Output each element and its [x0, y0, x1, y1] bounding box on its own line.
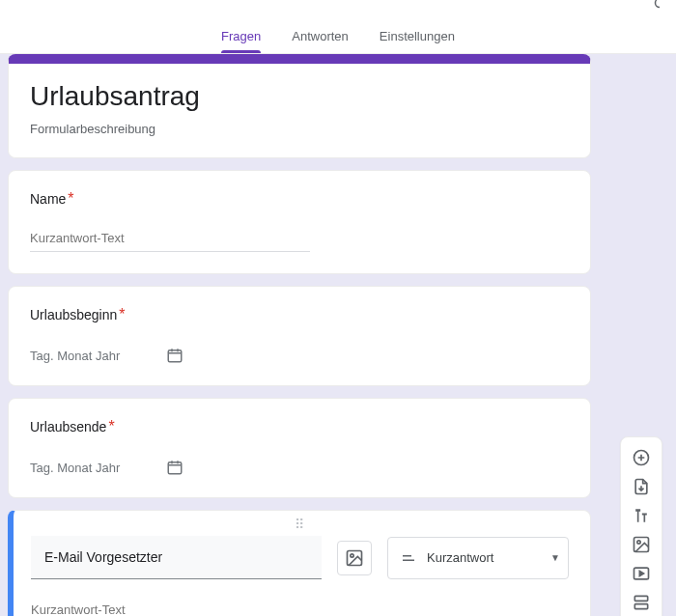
svg-point-6: [637, 541, 640, 544]
question-label: Urlaubsbeginn: [30, 307, 117, 322]
question-label: Urlaubsende: [30, 419, 106, 434]
svg-rect-9: [634, 604, 647, 609]
svg-rect-8: [634, 596, 647, 601]
required-asterisk: *: [108, 418, 114, 434]
required-asterisk: *: [119, 306, 125, 322]
required-asterisk: *: [68, 190, 73, 207]
add-video-button[interactable]: [624, 559, 659, 588]
question-start-date-card[interactable]: Urlaubsbeginn* Tag. Monat Jahr: [8, 286, 591, 386]
dropdown-arrow-icon: ▼: [550, 552, 560, 563]
svg-rect-1: [168, 462, 182, 474]
svg-point-3: [351, 553, 353, 556]
short-answer-input[interactable]: [30, 229, 310, 252]
add-section-button[interactable]: [624, 588, 659, 616]
question-name-card[interactable]: Name*: [8, 170, 591, 274]
question-label: Name: [30, 191, 66, 207]
top-tabs-bar: Fragen Antworten Einstellungen: [0, 0, 676, 54]
form-description[interactable]: Formularbeschreibung: [30, 122, 569, 136]
question-email-card-active[interactable]: ⠿ Kurzantwort ▼: [8, 510, 591, 616]
form-header-card[interactable]: Urlaubsantrag Formularbeschreibung: [8, 54, 591, 158]
calendar-icon: [166, 459, 183, 476]
question-title-input[interactable]: [31, 536, 322, 579]
side-toolbar: [620, 436, 662, 616]
svg-rect-0: [168, 350, 182, 362]
type-label: Kurzantwort: [427, 550, 541, 565]
short-answer-input[interactable]: [31, 601, 311, 616]
add-question-button[interactable]: [624, 443, 659, 472]
add-image-button[interactable]: [337, 541, 372, 575]
drag-handle-icon[interactable]: ⠿: [31, 517, 569, 532]
question-end-date-card[interactable]: Urlaubsende* Tag. Monat Jahr: [8, 398, 591, 498]
add-title-button[interactable]: [624, 501, 659, 530]
top-right-icon[interactable]: [651, 0, 668, 12]
tab-settings[interactable]: Einstellungen: [380, 29, 455, 53]
date-placeholder: Tag. Monat Jahr: [30, 349, 120, 363]
question-type-select[interactable]: Kurzantwort ▼: [387, 537, 569, 579]
form-title[interactable]: Urlaubsantrag: [30, 81, 569, 112]
add-image-toolbar-button[interactable]: [624, 530, 659, 559]
tab-questions[interactable]: Fragen: [221, 29, 261, 53]
calendar-icon: [166, 347, 183, 364]
date-placeholder: Tag. Monat Jahr: [30, 461, 120, 475]
tab-answers[interactable]: Antworten: [292, 29, 349, 53]
import-questions-button[interactable]: [624, 472, 659, 501]
short-answer-icon: [400, 549, 417, 567]
